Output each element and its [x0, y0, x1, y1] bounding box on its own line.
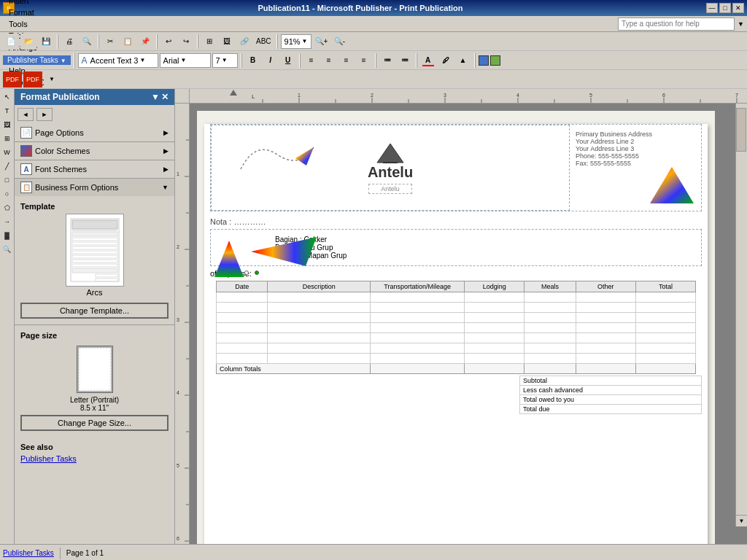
help-dropdown-arrow[interactable]: ▼ — [738, 20, 744, 28]
list-btn[interactable]: ≔ — [379, 52, 395, 69]
numbered-list-btn[interactable]: ≔ — [397, 52, 413, 69]
paste-btn[interactable]: 📌 — [137, 34, 153, 50]
table-header: Date Description Transportation/Mileage … — [217, 281, 696, 292]
redo-btn[interactable]: ↪ — [178, 34, 194, 50]
minimize-button[interactable]: — — [706, 3, 718, 13]
panel-header: Format Publication ▼ ✕ — [15, 89, 174, 105]
vertical-scrollbar[interactable]: ▲ ▼ — [735, 89, 747, 526]
color-schemes-header[interactable]: Color Schemes ▶ — [15, 142, 174, 160]
highlight-btn[interactable]: 🖊 — [438, 52, 454, 69]
align-center-btn[interactable]: ≡ — [321, 52, 337, 69]
sep5 — [276, 34, 278, 49]
font-label: Arial — [163, 56, 179, 65]
undo-btn[interactable]: ↩ — [160, 34, 177, 50]
insert-table-btn[interactable]: ⊞ — [201, 34, 217, 50]
zoom-out-btn[interactable]: 🔍- — [331, 34, 347, 50]
align-left-btn[interactable]: ≡ — [303, 52, 320, 69]
table-row — [217, 333, 696, 343]
italic-button[interactable]: I — [263, 52, 279, 69]
fill-tool[interactable]: ▓ — [1, 229, 14, 242]
logo-area[interactable]: Antelu Antelu — [211, 125, 570, 211]
cut-btn[interactable]: ✂ — [102, 34, 118, 50]
page-size-description: Letter (Portrait) — [70, 396, 119, 404]
panel-forward-btn[interactable]: ► — [36, 108, 53, 121]
change-template-button[interactable]: Change Template... — [20, 303, 169, 319]
font-schemes-header[interactable]: A Font Schemes ▶ — [15, 160, 174, 178]
pdf-btn2[interactable]: PDF — [23, 71, 42, 88]
font-size-dropdown[interactable]: 7 ▼ — [212, 53, 238, 68]
table-row — [217, 313, 696, 323]
rect-tool[interactable]: □ — [1, 174, 14, 187]
line-tool[interactable]: ╱ — [1, 160, 14, 173]
copy-btn[interactable]: 📋 — [120, 34, 136, 50]
page-options-header[interactable]: 📄 Page Options ▶ — [15, 124, 174, 141]
spell-btn[interactable]: ABC — [254, 34, 274, 50]
template-svg — [69, 217, 120, 283]
font-color-btn[interactable]: A — [420, 52, 436, 69]
publisher-tasks-dropdown[interactable]: Publisher Tasks ▼ — [3, 55, 71, 65]
print-btn[interactable]: 🖨 — [61, 34, 77, 50]
open-btn[interactable]: 📂 — [20, 34, 36, 50]
color-box-blue[interactable] — [479, 55, 489, 66]
publisher-tasks-label: Publisher Tasks — [7, 56, 58, 64]
scroll-down-btn[interactable]: ▼ — [736, 515, 747, 526]
menu-item-insert[interactable]: Insert — [3, 0, 56, 7]
svg-marker-64 — [214, 241, 244, 277]
status-publisher-tasks[interactable]: Publisher Tasks — [3, 549, 54, 557]
col-date: Date — [217, 281, 268, 292]
zoom-dropdown-arrow[interactable]: ▼ — [302, 38, 308, 44]
change-page-size-button[interactable]: Change Page Size... — [20, 415, 169, 431]
canvas-area: L 1 2 3 4 5 6 7 — [175, 89, 747, 544]
svg-text:1: 1 — [298, 93, 301, 98]
panel-close-btn[interactable]: ✕ — [161, 92, 169, 102]
panel-options-btn[interactable]: ▼ — [151, 92, 160, 102]
menu-item-format[interactable]: Format — [3, 7, 56, 18]
wordart-tool[interactable]: W — [1, 146, 14, 159]
color-schemes-label: Color Schemes — [35, 147, 90, 155]
sep7 — [241, 53, 242, 68]
menu-item-tools[interactable]: Tools — [3, 18, 56, 30]
business-form-header[interactable]: 📋 Business Form Options ▼ — [15, 179, 174, 196]
arrow3-svg — [247, 233, 320, 270]
shading-btn[interactable]: ▲ — [455, 52, 471, 69]
color-schemes-arrow: ▶ — [163, 147, 169, 155]
zoom-in-btn[interactable]: 🔍+ — [313, 34, 330, 50]
oval-tool[interactable]: ○ — [1, 187, 14, 201]
justify-btn[interactable]: ≡ — [356, 52, 372, 69]
new-btn[interactable]: 📄 — [3, 34, 19, 50]
sep10 — [416, 53, 417, 68]
text-tool[interactable]: T — [1, 104, 14, 117]
font-schemes-arrow: ▶ — [163, 166, 169, 173]
pdf-btn1[interactable]: PDF — [3, 71, 22, 88]
accent-text-dropdown[interactable]: A Accent Text 3 ▼ — [78, 53, 158, 68]
help-input[interactable] — [618, 18, 735, 31]
scroll-thumb[interactable] — [736, 108, 746, 152]
page-options-section: 📄 Page Options ▶ — [15, 124, 174, 142]
custom-shape-tool[interactable]: ⬠ — [1, 201, 14, 214]
svg-text:2: 2 — [371, 93, 374, 98]
insert-picture-btn[interactable]: 🖼 — [219, 34, 235, 50]
hyperlink-btn[interactable]: 🔗 — [236, 34, 252, 50]
pdf-arrow[interactable]: ▼ — [44, 71, 60, 88]
align-right-btn[interactable]: ≡ — [338, 52, 355, 69]
zoom-tool[interactable]: 🔍 — [1, 243, 14, 256]
subtotal-val-3 — [640, 396, 698, 403]
font-schemes-icon: A — [20, 163, 32, 175]
color-box-green[interactable] — [490, 55, 500, 66]
accent-text-arrow: ▼ — [139, 57, 145, 63]
font-dropdown[interactable]: Arial ▼ — [160, 53, 211, 68]
arrow-tool[interactable]: → — [1, 215, 14, 228]
table-tool[interactable]: ⊞ — [1, 132, 14, 145]
preview-btn[interactable]: 🔍 — [79, 34, 95, 50]
close-button[interactable]: ✕ — [732, 3, 744, 13]
totals-total — [635, 364, 695, 374]
bold-button[interactable]: B — [245, 52, 261, 69]
select-tool[interactable]: ↖ — [1, 90, 14, 104]
page-options-arrow: ▶ — [163, 129, 169, 136]
maximize-button[interactable]: □ — [719, 3, 731, 13]
picture-tool[interactable]: 🖼 — [1, 118, 14, 131]
save-btn[interactable]: 💾 — [38, 34, 54, 50]
panel-back-btn[interactable]: ◄ — [18, 108, 34, 121]
underline-button[interactable]: U — [280, 52, 296, 69]
publisher-tasks-link[interactable]: Publisher Tasks — [20, 454, 169, 463]
